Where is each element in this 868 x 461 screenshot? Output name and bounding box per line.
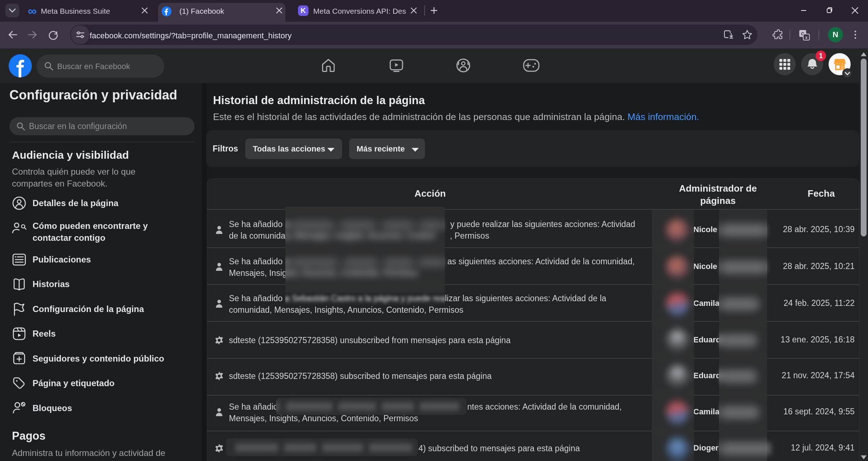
svg-text:x: x bbox=[805, 35, 808, 40]
